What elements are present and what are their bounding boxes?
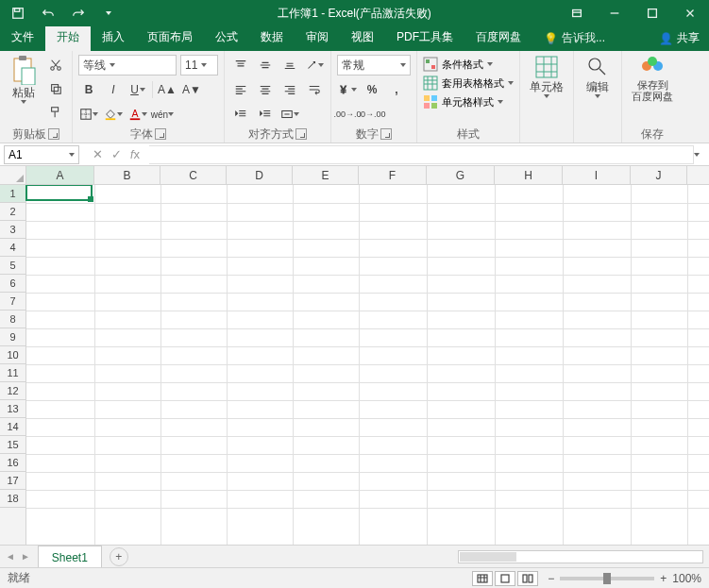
row-header-12[interactable]: 12 <box>0 382 25 400</box>
row-header-3[interactable]: 3 <box>0 221 25 239</box>
conditional-format-button[interactable]: 条件格式 <box>423 57 514 72</box>
col-header-B[interactable]: B <box>94 166 160 184</box>
fx-icon[interactable]: fx <box>127 147 143 161</box>
normal-view-button[interactable] <box>472 571 493 586</box>
zoom-in-button[interactable]: + <box>660 572 667 585</box>
row-header-11[interactable]: 11 <box>0 364 25 382</box>
tab-文件[interactable]: 文件 <box>0 25 45 51</box>
tab-视图[interactable]: 视图 <box>340 25 385 51</box>
tab-公式[interactable]: 公式 <box>204 25 249 51</box>
horizontal-scrollbar[interactable] <box>458 550 703 563</box>
col-header-I[interactable]: I <box>563 166 631 184</box>
row-header-17[interactable]: 17 <box>0 472 25 490</box>
row-header-4[interactable]: 4 <box>0 239 25 257</box>
page-layout-button[interactable] <box>495 571 515 586</box>
tab-PDF工具集[interactable]: PDF工具集 <box>385 25 464 51</box>
row-header-7[interactable]: 7 <box>0 293 25 311</box>
align-top-button[interactable] <box>230 55 251 76</box>
col-header-J[interactable]: J <box>631 166 687 184</box>
col-header-C[interactable]: C <box>160 166 227 184</box>
merge-button[interactable] <box>279 104 300 125</box>
decrease-font-button[interactable]: A▼ <box>181 79 202 100</box>
row-header-16[interactable]: 16 <box>0 454 25 472</box>
comma-button[interactable]: , <box>386 79 407 100</box>
expand-formula-button[interactable] <box>694 153 709 157</box>
borders-button[interactable] <box>78 104 99 125</box>
underline-button[interactable]: U <box>127 79 148 100</box>
col-header-H[interactable]: H <box>495 166 563 184</box>
tab-百度网盘[interactable]: 百度网盘 <box>464 25 532 51</box>
row-header-5[interactable]: 5 <box>0 257 25 275</box>
col-header-A[interactable]: A <box>26 166 94 184</box>
align-middle-button[interactable] <box>255 55 276 76</box>
phonetic-button[interactable]: wén <box>152 104 173 125</box>
tab-审阅[interactable]: 审阅 <box>295 25 340 51</box>
row-header-10[interactable]: 10 <box>0 346 25 364</box>
baidu-save-button[interactable]: 保存到 百度网盘 <box>628 53 677 104</box>
col-header-D[interactable]: D <box>227 166 293 184</box>
page-break-button[interactable] <box>517 571 538 586</box>
enter-formula-icon[interactable]: ✓ <box>108 147 125 161</box>
increase-decimal-button[interactable]: .00→.0 <box>337 104 358 125</box>
row-header-13[interactable]: 13 <box>0 400 25 418</box>
row-header-18[interactable]: 18 <box>0 490 25 508</box>
row-header-1[interactable]: 1 <box>0 185 25 203</box>
save-button[interactable] <box>4 0 32 26</box>
cells-area[interactable] <box>26 185 709 545</box>
number-dialog-launcher[interactable] <box>380 128 392 140</box>
wrap-text-button[interactable] <box>304 79 325 100</box>
name-box[interactable]: A1 <box>4 145 79 164</box>
align-left-button[interactable] <box>230 79 251 100</box>
tell-me[interactable]: 💡告诉我... <box>536 25 613 51</box>
tab-数据[interactable]: 数据 <box>249 25 295 51</box>
close-button[interactable] <box>671 0 709 26</box>
font-size-combo[interactable]: 11 <box>180 55 218 76</box>
col-header-E[interactable]: E <box>293 166 359 184</box>
cut-button[interactable] <box>45 55 66 76</box>
orientation-button[interactable] <box>304 55 325 76</box>
alignment-dialog-launcher[interactable] <box>295 128 307 140</box>
font-color-button[interactable]: A <box>127 104 148 125</box>
percent-button[interactable]: % <box>362 79 382 100</box>
row-header-2[interactable]: 2 <box>0 203 25 221</box>
row-header-14[interactable]: 14 <box>0 418 25 436</box>
font-name-combo[interactable]: 等线 <box>78 55 177 76</box>
zoom-control[interactable]: − + 100% <box>548 572 701 585</box>
number-format-combo[interactable]: 常规 <box>337 55 411 76</box>
tab-页面布局[interactable]: 页面布局 <box>136 25 204 51</box>
col-header-F[interactable]: F <box>359 166 427 184</box>
table-format-button[interactable]: 套用表格格式 <box>423 76 514 91</box>
select-all-corner[interactable] <box>0 166 26 184</box>
ribbon-options-button[interactable] <box>558 0 596 26</box>
align-right-button[interactable] <box>279 79 300 100</box>
sheet-nav[interactable]: ◄► <box>6 551 30 562</box>
italic-button[interactable]: I <box>103 79 124 100</box>
tab-插入[interactable]: 插入 <box>91 25 136 51</box>
accounting-format-button[interactable]: ¥ <box>337 79 358 100</box>
bold-button[interactable]: B <box>78 79 99 100</box>
share-button[interactable]: 👤共享 <box>650 25 709 51</box>
cells-button[interactable]: 单元格 <box>526 53 567 100</box>
format-painter-button[interactable] <box>45 102 66 123</box>
add-sheet-button[interactable]: + <box>110 547 128 566</box>
selected-cell[interactable] <box>25 185 93 201</box>
copy-button[interactable] <box>45 78 66 99</box>
minimize-button[interactable] <box>596 0 633 26</box>
decrease-indent-button[interactable] <box>230 104 251 125</box>
maximize-button[interactable] <box>633 0 671 26</box>
font-dialog-launcher[interactable] <box>155 128 166 140</box>
cell-styles-button[interactable]: 单元格样式 <box>423 94 514 109</box>
tab-开始[interactable]: 开始 <box>45 25 91 51</box>
align-center-button[interactable] <box>255 79 276 100</box>
cancel-formula-icon[interactable]: ✕ <box>89 147 106 161</box>
fill-color-button[interactable] <box>103 104 124 125</box>
increase-indent-button[interactable] <box>255 104 276 125</box>
formula-input[interactable] <box>149 145 694 164</box>
row-header-9[interactable]: 9 <box>0 328 25 346</box>
row-header-8[interactable]: 8 <box>0 311 25 328</box>
decrease-decimal-button[interactable]: .0→.00 <box>362 104 382 125</box>
row-header-6[interactable]: 6 <box>0 275 25 293</box>
editing-button[interactable]: 编辑 <box>580 53 616 100</box>
paste-button[interactable]: 粘贴 <box>6 53 42 106</box>
redo-button[interactable] <box>64 0 93 26</box>
